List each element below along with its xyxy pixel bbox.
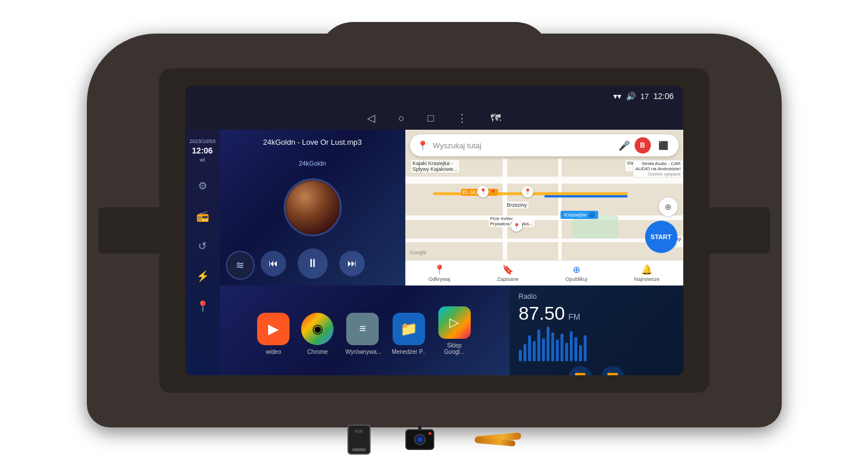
wave-bar [533,341,536,361]
app-video-icon: ▶ [257,313,290,345]
camera-mount [418,425,422,430]
car-frame: ▾▾ 🔊 17 12:06 ◁ ○ □ ⋮ 🗺 [0,0,868,461]
volume-icon: 🔊 [626,92,636,101]
day-text: wt [189,156,215,164]
map-road-h2 [405,215,683,220]
radio-forward-button[interactable]: ⏩ [601,366,624,375]
najnowsze-icon: 🔔 [641,264,653,275]
apps-grid: ▶ wideo ◉ Chrome [257,306,471,355]
app-video-label: wideo [266,349,281,355]
opublikuj-icon: ⊕ [573,264,580,275]
home-nav-icon[interactable]: ○ [398,112,405,125]
map-search-icon: 📍 [417,140,428,151]
sidebar-back[interactable]: ↺ [191,236,214,257]
map-blue-route [544,195,628,197]
sidebar-settings[interactable]: ⚙ [191,175,214,196]
wifi-icon: ▾▾ [613,92,621,101]
app-playstore-label: Sklep Googl... [437,342,472,355]
wave-bar [556,339,559,361]
back-nav-icon[interactable]: ◁ [367,112,375,125]
opublikuj-label: Opublikuj [565,276,587,282]
music-artist: 24kGoldn [299,160,326,167]
sidebar-bluetooth[interactable]: ⚡ [191,266,214,287]
map-panel[interactable]: Kajaki Krasiejka -Spływy Kajakowe... Dan… [405,130,683,286]
map-search-text[interactable]: Wyszukaj tutaj [433,141,614,150]
prev-button[interactable]: ⏮ [261,251,286,276]
sidebar: 2023/10/03 12:06 wt ⚙ 📻 ↺ ⚡ 📍 [185,130,220,375]
app-filemanager-icon: 📁 [393,313,425,345]
wave-bar [528,335,531,361]
radio-frequency: 87.50 [519,303,565,324]
map-start-button[interactable]: START [645,221,677,253]
waveform-button[interactable]: ≋ [226,251,255,280]
next-button[interactable]: ⏭ [339,251,365,276]
sidebar-clock: 12:06 [189,145,215,157]
wave-bar [519,350,522,361]
panels: 24kGoldn - Love Or Lust.mp3 24kGoldn ⏮ ⏸… [220,130,683,375]
odkrywaj-label: Odkrywaj [428,276,451,282]
map-road-h3 [405,239,683,242]
app-video[interactable]: ▶ wideo [257,313,290,355]
app-playstore-icon: ▷ [438,306,471,339]
music-controls: ⏮ ⏸ ⏭ [261,248,365,279]
app-chrome-label: Chrome [307,349,328,355]
map-pin-2: 📍 [522,186,533,197]
status-bar: ▾▾ 🔊 17 12:06 [185,86,683,107]
map-user-avatar[interactable]: B [635,137,651,153]
map-nav-zapisane[interactable]: 🔖 Zapisane [497,264,518,282]
radio-band: FM [569,312,580,321]
app-filemanager[interactable]: 📁 Menedżer P.. [391,313,425,355]
wave-bar [523,344,526,361]
map-nav-opublikuj[interactable]: ⊕ Opublikuj [565,264,587,282]
app-playstore[interactable]: ▷ Sklep Googl... [437,306,472,355]
bottom-row: ▶ wideo ◉ Chrome [220,286,683,375]
camera-led [428,432,431,435]
map-road-v1 [503,159,507,260]
app-wyrownywanie[interactable]: ≡ Wyrównywa... [345,313,380,355]
sidebar-radio[interactable]: 📻 [191,206,214,226]
camera-lens [414,434,426,445]
sd-card: 8GB [347,425,371,455]
map-compass[interactable]: ⊕ [659,197,677,216]
app-wyrownywanie-icon: ≡ [346,313,379,345]
recents-nav-icon[interactable]: □ [428,112,434,125]
app-chrome[interactable]: ◉ Chrome [301,313,334,355]
google-logo: Google [410,250,427,255]
map-label-krasiejow: Krasiejów 🔵 [561,211,598,219]
map-nav-odkrywaj[interactable]: 📍 Odkrywaj [428,264,451,282]
date-display: 2023/10/03 12:06 wt [188,136,217,166]
menu-nav-icon[interactable]: ⋮ [457,112,467,125]
najnowsze-label: Najnowsze [634,276,660,282]
apps-panel: ▶ wideo ◉ Chrome [220,286,510,375]
map-search-bar[interactable]: 📍 Wyszukaj tutaj 🎤 B ⬛ [410,134,679,156]
date-text: 2023/10/03 [189,138,215,145]
map-mic-icon[interactable]: 🎤 [618,140,630,151]
music-player: 24kGoldn - Love Or Lust.mp3 24kGoldn ⏮ ⏸… [220,130,405,286]
album-art [284,178,342,236]
play-pause-button[interactable]: ⏸ [298,248,328,279]
wave-bar [565,343,568,361]
main-content: 2023/10/03 12:06 wt ⚙ 📻 ↺ ⚡ 📍 [185,130,683,375]
wave-bar [561,334,563,361]
map-nav-bottom: 📍 Odkrywaj 🔖 Zapisane ⊕ [405,260,683,286]
car-dashboard-frame: ▾▾ 🔊 17 12:06 ◁ ○ □ ⋮ 🗺 [87,34,782,427]
top-row: 24kGoldn - Love Or Lust.mp3 24kGoldn ⏮ ⏸… [220,130,683,286]
wave-bar [584,335,587,361]
radio-rewind-button[interactable]: ⏪ [569,366,592,375]
map-label-strefa: Strefa Audio - CARAUDIO na Androidzie!Os… [633,160,683,178]
map-label-brzeziny: Brzeziny [505,202,529,208]
radio-title: Radio [519,292,674,301]
map-layers-button[interactable]: ⬛ [655,137,672,153]
map-road-v2 [558,159,562,260]
map-green-area [572,215,618,239]
nav-bar: ◁ ○ □ ⋮ 🗺 [185,107,683,130]
sidebar-location[interactable]: 📍 [191,296,214,317]
map-nav-najnowsze[interactable]: 🔔 Najnowsze [634,264,660,282]
pry-tools [475,434,521,445]
wave-bar [542,338,545,361]
head-unit-screen: ▾▾ 🔊 17 12:06 ◁ ○ □ ⋮ 🗺 [185,86,683,375]
maps-nav-icon[interactable]: 🗺 [490,112,501,125]
radio-panel: Radio 87.50 FM ⏪ ⏩ [510,286,683,375]
odkrywaj-icon: 📍 [434,264,445,275]
radio-freq-row: 87.50 FM [519,303,674,324]
